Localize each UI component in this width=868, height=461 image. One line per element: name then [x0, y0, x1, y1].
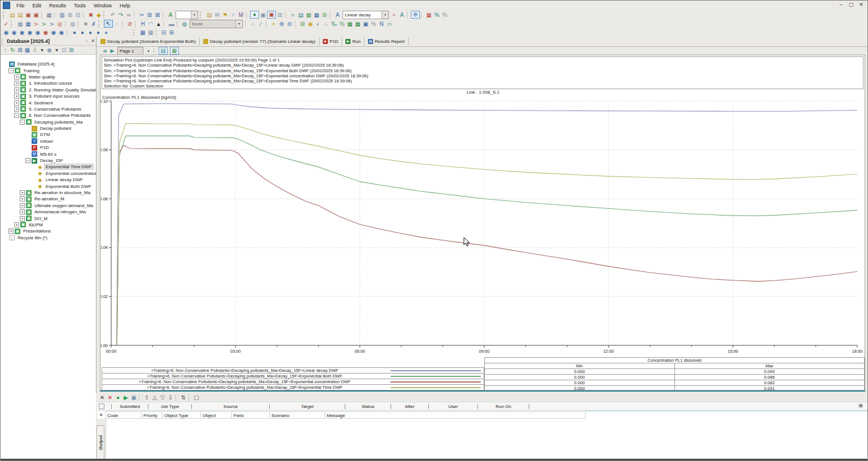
- expand-icon[interactable]: +: [8, 229, 14, 234]
- paste-window-icon[interactable]: ⊟: [74, 11, 82, 19]
- pen-teal-icon[interactable]: ∕: [257, 20, 265, 28]
- combo-dropdown-icon[interactable]: ▾: [191, 11, 198, 19]
- expand-icon[interactable]: +: [20, 216, 25, 221]
- tree-item-exponential-time-dwf[interactable]: ◆Exponential Time DWF: [1, 164, 96, 170]
- export-job-icon[interactable]: ▣: [130, 394, 138, 401]
- tree-item-8-upm[interactable]: +▣8)UPM: [1, 222, 96, 228]
- expand-icon[interactable]: +: [20, 190, 25, 195]
- info-4-icon[interactable]: ●: [94, 29, 102, 36]
- trace-up-icon[interactable]: ≻: [32, 20, 40, 28]
- tree-item-1-introduction-course[interactable]: +▣1. Introduction course: [1, 80, 96, 86]
- expand-icon[interactable]: +: [14, 107, 19, 112]
- window-cascade-icon[interactable]: ⊞: [276, 11, 284, 19]
- move-down-icon[interactable]: ▽: [159, 394, 166, 401]
- cancel-job-icon[interactable]: ✕: [106, 394, 114, 401]
- nodes-h-icon[interactable]: H: [139, 20, 147, 28]
- tree-item-inflow-[interactable]: ≡Inflow!: [1, 138, 96, 144]
- mail-icon[interactable]: ✉: [213, 11, 221, 19]
- start-job-icon[interactable]: ▶: [122, 394, 130, 401]
- open-link-icon[interactable]: ▤: [205, 11, 213, 19]
- expand-icon[interactable]: +: [14, 100, 19, 106]
- tree-item-recycle-bin-[interactable]: ▯Recycle Bin (*): [1, 235, 96, 241]
- gauge-2-icon[interactable]: ◉: [10, 29, 18, 36]
- paste-icon[interactable]: ⊠: [154, 11, 161, 19]
- close-pane-icon[interactable]: ✕: [98, 394, 106, 401]
- gauge-4-icon[interactable]: ◉: [26, 29, 34, 36]
- find-area-icon[interactable]: ◍: [69, 20, 77, 28]
- message-column-field[interactable]: Field: [232, 411, 270, 419]
- commit-icon[interactable]: ✖: [87, 11, 95, 19]
- job-column-status[interactable]: Status: [345, 404, 391, 409]
- info-3-icon[interactable]: ●: [86, 29, 94, 36]
- expand-icon[interactable]: +: [14, 94, 19, 99]
- day-view-icon[interactable]: ◉: [306, 20, 314, 28]
- flag-icon[interactable]: ⚑: [221, 11, 229, 19]
- info-2-icon[interactable]: ●: [78, 29, 86, 36]
- tree-item-ultimate-oxygen-demand-ma[interactable]: +▣Ultimate oxygen demand_Ma: [1, 203, 96, 209]
- collapse-icon[interactable]: −: [14, 113, 19, 118]
- list-view-icon[interactable]: ▦: [24, 46, 31, 54]
- details-view-icon[interactable]: ⊞: [16, 46, 24, 54]
- percent-g-icon[interactable]: %: [338, 20, 346, 28]
- info-1-icon[interactable]: ●: [71, 29, 78, 36]
- page-back-button[interactable]: ◀: [100, 48, 108, 54]
- message-column-scenario[interactable]: Scenario: [270, 411, 325, 419]
- tree-item-re-aeration-in-structure-ma[interactable]: +▣Re-aeration in structure_Ma: [1, 190, 96, 196]
- tree-item-water-quality[interactable]: +▣Water quality: [1, 74, 96, 80]
- tree-item-6-non-conservative-pollutants[interactable]: −▣6. Non Conservative Pollutants: [1, 112, 96, 118]
- restore-button[interactable]: ▢: [848, 2, 854, 7]
- info-5-icon[interactable]: ●: [102, 29, 110, 36]
- menu-tools[interactable]: Tools: [70, 2, 90, 9]
- cloud-icon[interactable]: ◠: [147, 20, 155, 28]
- tree-item-training[interactable]: −▣Training: [1, 67, 96, 73]
- grid-g1-icon[interactable]: ▦: [346, 20, 354, 28]
- find-icon[interactable]: ◉: [46, 46, 53, 54]
- label-n-icon[interactable]: N: [378, 20, 385, 28]
- toolbar-grip[interactable]: [98, 21, 102, 27]
- ruler-icon[interactable]: ▭: [385, 20, 393, 28]
- print-report-icon[interactable]: ▦: [305, 11, 313, 19]
- percent-teal-icon[interactable]: %: [433, 11, 441, 19]
- prohibit-icon[interactable]: ⊘: [126, 20, 134, 28]
- zoom-in-icon[interactable]: ⊕: [278, 20, 286, 28]
- gauge-5-icon[interactable]: ◉: [34, 29, 42, 36]
- permille-icon[interactable]: ‰: [330, 20, 338, 28]
- scenario-a-icon[interactable]: A: [334, 11, 341, 19]
- close-button[interactable]: ✕: [858, 2, 865, 7]
- job-column-after[interactable]: After: [391, 404, 428, 409]
- gauge-1-icon[interactable]: ◉: [2, 29, 10, 36]
- message-column-message[interactable]: Message: [325, 411, 586, 419]
- expand-icon[interactable]: +: [14, 81, 19, 86]
- tree-item-presentations[interactable]: +▣Presentations: [1, 228, 96, 234]
- new-model-db-icon[interactable]: ▤: [8, 11, 16, 19]
- panel-close-icon[interactable]: ✕: [90, 38, 96, 43]
- trace-ring-icon[interactable]: ◎: [56, 20, 64, 28]
- document-tab-1[interactable]: ∴Decay pollutant (Scenario Exponential B…: [97, 37, 200, 46]
- tree-item-decaying-pollutants-ma[interactable]: −▣Decaying pollutants_Ma: [1, 119, 96, 125]
- percent-b-icon[interactable]: %: [370, 20, 378, 28]
- globe-icon[interactable]: ◍: [181, 20, 188, 28]
- menu-help[interactable]: Help: [116, 2, 134, 9]
- menu-file[interactable]: File: [12, 2, 29, 9]
- collapse-icon[interactable]: −: [20, 120, 25, 125]
- lasso-icon[interactable]: ◌: [113, 20, 121, 28]
- sort-dropdown-icon[interactable]: ▾: [38, 46, 46, 54]
- collapse-icon[interactable]: −: [25, 158, 30, 163]
- network-icon[interactable]: ⊞: [68, 46, 75, 54]
- toolbar-grip[interactable]: [200, 12, 204, 18]
- duplicate-window-icon[interactable]: ⊞: [66, 11, 74, 19]
- validate-icon[interactable]: ✓: [2, 20, 10, 28]
- expand-icon[interactable]: +: [14, 222, 19, 227]
- output-tab[interactable]: Output: [97, 425, 104, 459]
- toolbar-grip[interactable]: [133, 29, 137, 36]
- tree-item-database-2025-4-[interactable]: ▤Database [2025.4]: [1, 61, 96, 67]
- view-table-1-icon[interactable]: ▦: [139, 29, 147, 36]
- local-machine-icon[interactable]: ▢: [192, 394, 200, 401]
- document-tab-3[interactable]: ■P1D: [319, 37, 343, 46]
- tree-item-re-aeration-m[interactable]: +▣Re-aeration_M: [1, 196, 96, 202]
- job-column-job-type[interactable]: Job Type: [148, 404, 191, 409]
- page-select[interactable]: Page 1: [117, 47, 143, 55]
- document-tab-4[interactable]: ▶Run: [342, 37, 365, 46]
- message-column-object-type[interactable]: Object Type: [163, 411, 201, 419]
- key-icon[interactable]: ◆: [95, 11, 103, 19]
